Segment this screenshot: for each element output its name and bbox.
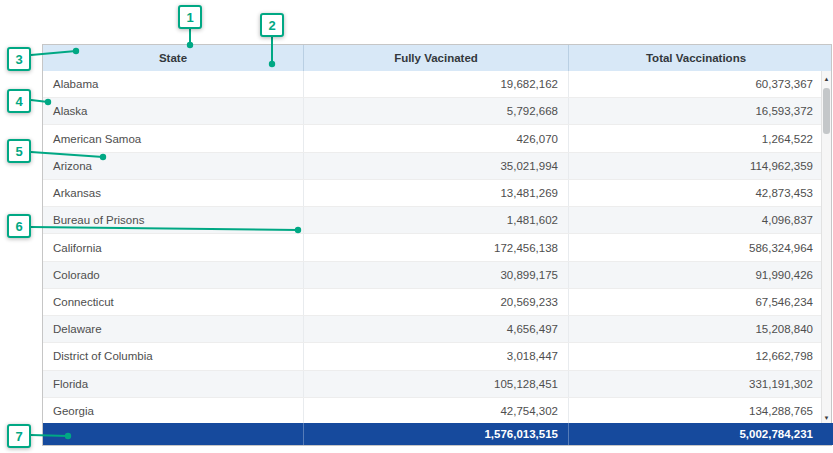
state-cell: American Samoa [43,125,303,151]
column-header-state[interactable]: State [43,45,303,71]
callout-6: 6 [7,214,31,238]
fully-vaccinated-cell: 19,682,162 [303,71,568,97]
total-vaccinations-cell: 4,096,837 [568,207,823,233]
total-vaccinations-cell: 12,662,798 [568,343,823,369]
table-header: State Fully Vacinated Total Vaccinations [43,45,831,71]
total-vaccinations-cell: 1,264,522 [568,125,823,151]
total-vaccinations-cell: 114,962,359 [568,153,823,179]
table-row[interactable]: Alaska5,792,66816,593,372 [43,98,823,125]
column-header-total-vaccinations[interactable]: Total Vaccinations [568,45,823,71]
summary-row: 1,576,013,515 5,002,784,231 [43,423,833,445]
data-table: State Fully Vacinated Total Vaccinations… [42,44,832,446]
state-cell: Delaware [43,316,303,342]
summary-total-vaccinations-value: 5,002,784,231 [568,423,823,445]
total-vaccinations-cell: 331,191,302 [568,371,823,397]
total-vaccinations-cell: 586,324,964 [568,234,823,260]
state-cell: Alabama [43,71,303,97]
state-cell: District of Columbia [43,343,303,369]
fully-vaccinated-cell: 4,656,497 [303,316,568,342]
table-row[interactable]: American Samoa426,0701,264,522 [43,125,823,152]
table-row[interactable]: California172,456,138586,324,964 [43,234,823,261]
fully-vaccinated-cell: 20,569,233 [303,289,568,315]
total-vaccinations-cell: 16,593,372 [568,98,823,124]
summary-fully-vaccinated-value: 1,576,013,515 [303,423,568,445]
callout-7: 7 [7,424,31,448]
column-header-fully-vaccinated[interactable]: Fully Vacinated [303,45,568,71]
annotated-table-screenshot: State Fully Vacinated Total Vaccinations… [0,0,833,453]
summary-state-cell [43,423,303,445]
state-cell: Georgia [43,398,303,424]
state-cell: Colorado [43,262,303,288]
fully-vaccinated-cell: 42,754,302 [303,398,568,424]
state-cell: Arizona [43,153,303,179]
callout-2: 2 [260,13,284,37]
state-cell: Arkansas [43,180,303,206]
scroll-up-button[interactable]: ▲ [822,71,831,86]
fully-vaccinated-cell: 13,481,269 [303,180,568,206]
fully-vaccinated-cell: 30,899,175 [303,262,568,288]
total-vaccinations-cell: 42,873,453 [568,180,823,206]
total-vaccinations-cell: 67,546,234 [568,289,823,315]
state-cell: Bureau of Prisons [43,207,303,233]
state-cell: California [43,234,303,260]
fully-vaccinated-cell: 35,021,994 [303,153,568,179]
state-cell: Florida [43,371,303,397]
header-filler [823,45,831,71]
total-vaccinations-cell: 91,990,426 [568,262,823,288]
total-vaccinations-cell: 134,288,765 [568,398,823,424]
fully-vaccinated-cell: 3,018,447 [303,343,568,369]
fully-vaccinated-cell: 426,070 [303,125,568,151]
callout-4: 4 [7,89,31,113]
fully-vaccinated-cell: 172,456,138 [303,234,568,260]
table-body: Alabama19,682,16260,373,367Alaska5,792,6… [43,71,823,425]
scroll-up-icon: ▲ [824,76,830,82]
fully-vaccinated-cell: 5,792,668 [303,98,568,124]
scroll-down-icon: ▼ [824,415,830,421]
total-vaccinations-cell: 15,208,840 [568,316,823,342]
table-row[interactable]: Delaware4,656,49715,208,840 [43,316,823,343]
table-row[interactable]: Alabama19,682,16260,373,367 [43,71,823,98]
table-row[interactable]: Florida105,128,451331,191,302 [43,371,823,398]
state-cell: Alaska [43,98,303,124]
state-cell: Connecticut [43,289,303,315]
callout-1: 1 [178,5,202,29]
callout-3: 3 [7,47,31,71]
table-row[interactable]: Arkansas13,481,26942,873,453 [43,180,823,207]
vertical-scrollbar[interactable]: ▲ ▼ [821,71,831,425]
total-vaccinations-cell: 60,373,367 [568,71,823,97]
table-row[interactable]: Arizona35,021,994114,962,359 [43,153,823,180]
scrollbar-thumb[interactable] [823,88,830,134]
table-row[interactable]: Georgia42,754,302134,288,765 [43,398,823,425]
table-row[interactable]: Bureau of Prisons1,481,6024,096,837 [43,207,823,234]
table-row[interactable]: District of Columbia3,018,44712,662,798 [43,343,823,370]
summary-filler [823,423,833,445]
table-row[interactable]: Colorado30,899,17591,990,426 [43,262,823,289]
table-row[interactable]: Connecticut20,569,23367,546,234 [43,289,823,316]
fully-vaccinated-cell: 105,128,451 [303,371,568,397]
fully-vaccinated-cell: 1,481,602 [303,207,568,233]
callout-5: 5 [7,139,31,163]
